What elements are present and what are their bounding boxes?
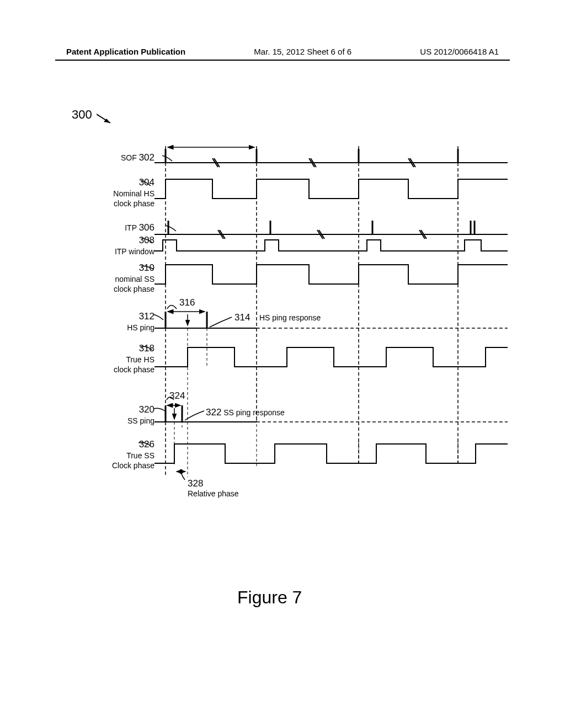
header-left: Patent Application Publication [66, 47, 185, 56]
label-itp-window: 308 ITP window [115, 234, 154, 256]
itp-text: ITP [125, 223, 137, 232]
true-hs-text2: clock phase [114, 365, 154, 374]
ref-300-arrow [97, 112, 116, 126]
waveform-nominal-hs [154, 179, 508, 199]
leader-icon [141, 265, 155, 271]
itp-ref: 306 [139, 222, 154, 233]
label-true-hs: 318 True HS clock phase [114, 342, 154, 374]
ss-ping-ref: 320 [139, 404, 154, 415]
true-ss-text1: True SS [126, 451, 154, 460]
label-sof: SOF 302 [121, 152, 154, 164]
waveform-itp [154, 221, 508, 239]
waveform-sof [154, 149, 508, 167]
true-hs-text1: True HS [126, 355, 154, 364]
itp-window-text: ITP window [115, 247, 154, 256]
page-header: Patent Application Publication Mar. 15, … [0, 47, 565, 56]
leader-328 [181, 473, 185, 480]
nominal-hs-text2: clock phase [114, 199, 154, 208]
label-ss-ping: 320 SS ping [127, 404, 154, 426]
sof-ref: 302 [139, 152, 154, 163]
leader-icon [141, 179, 152, 188]
header-center: Mar. 15, 2012 Sheet 6 of 6 [254, 47, 351, 56]
figure-caption: Figure 7 [237, 587, 302, 608]
waveform-hs-ping [154, 312, 508, 367]
ss-ping-text: SS ping [127, 416, 154, 425]
brace-324 [167, 397, 174, 400]
timing-waveforms [154, 135, 508, 521]
nominal-ss-text2: clock phase [114, 285, 154, 293]
ref-300: 300 [72, 108, 92, 122]
waveform-true-ss [154, 444, 508, 463]
true-ss-text2: Clock phase [112, 461, 154, 470]
leader-icon [138, 440, 152, 448]
waveform-nominal-ss [154, 265, 508, 284]
nominal-hs-text1: Nominal HS [113, 189, 154, 198]
nominal-ss-text1: nominal SS [115, 275, 154, 283]
label-nominal-hs: 304 Nominal HS clock phase [113, 176, 154, 208]
ref-300-text: 300 [72, 108, 92, 121]
waveform-ss-ping [154, 405, 508, 466]
waveform-itp-window [154, 240, 508, 251]
timing-area: SOF 302 304 Nominal HS clock phase ITP 3… [55, 135, 508, 521]
label-hs-ping: 312 HS ping [127, 311, 154, 333]
waveform-true-hs [154, 347, 508, 477]
hs-ping-ref: 312 [139, 311, 154, 322]
label-true-ss: 326 True SS Clock phase [112, 438, 154, 470]
label-nominal-ss: 310 nominal SS clock phase [114, 262, 154, 294]
timing-diagram: 300 SOF 302 304 Nominal HS clock phase I… [55, 108, 508, 604]
header-divider [55, 60, 510, 61]
hs-ping-text: HS ping [127, 323, 154, 332]
sof-text: SOF [121, 153, 137, 162]
leader-icon [141, 237, 153, 244]
leader-icon [140, 344, 154, 352]
brace-316 [167, 306, 177, 309]
label-itp: ITP 306 [125, 222, 154, 234]
header-right: US 2012/0066418 A1 [420, 47, 499, 56]
